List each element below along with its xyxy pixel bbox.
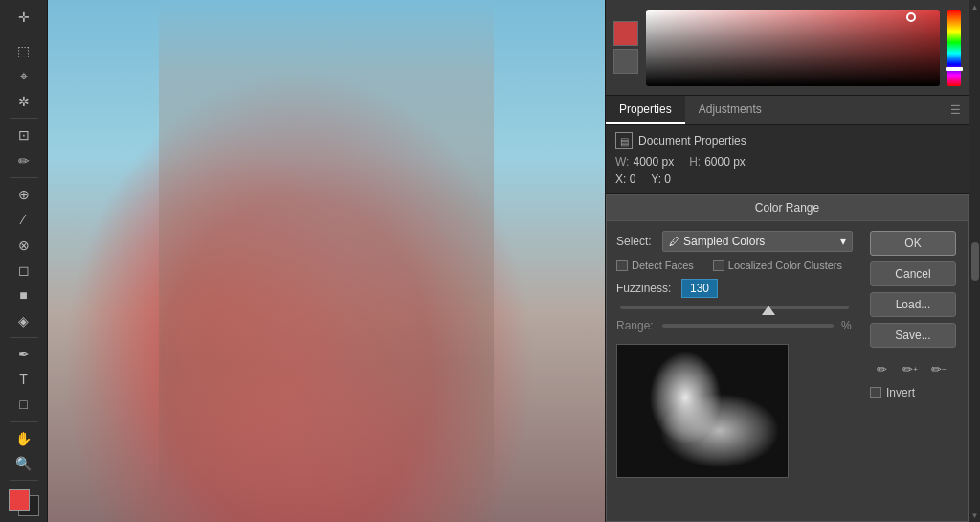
fuzziness-label: Fuzziness: bbox=[616, 282, 674, 295]
dialog-right: OK Cancel Load... Save... ✏ ✏+ ✏− Invert bbox=[862, 221, 968, 521]
color-range-dialog: Color Range Select: 🖊 Sampled Colors ▾ bbox=[606, 194, 969, 522]
spectrum-cursor bbox=[906, 12, 916, 22]
brush-tool[interactable]: ∕ bbox=[9, 208, 39, 231]
invert-label: Invert bbox=[886, 386, 915, 399]
gradient-tool[interactable]: ■ bbox=[9, 284, 39, 306]
localized-clusters-label: Localized Color Clusters bbox=[728, 260, 842, 271]
cancel-button[interactable]: Cancel bbox=[870, 261, 956, 286]
text-tool[interactable]: T bbox=[9, 368, 39, 391]
foreground-swatch[interactable] bbox=[613, 21, 638, 46]
select-dropdown[interactable]: 🖊 Sampled Colors ▾ bbox=[662, 231, 853, 252]
select-label: Select: bbox=[616, 235, 655, 248]
range-label: Range: bbox=[616, 319, 655, 332]
dialog-body: Select: 🖊 Sampled Colors ▾ bbox=[607, 221, 968, 521]
position-fields: X: 0 Y: 0 bbox=[615, 172, 959, 186]
select-row: Select: 🖊 Sampled Colors ▾ bbox=[616, 231, 853, 252]
magic-wand-tool[interactable]: ✲ bbox=[9, 90, 39, 113]
height-field: H: 6000 px bbox=[689, 155, 746, 169]
invert-row: Invert bbox=[870, 386, 960, 399]
scroll-down-arrow[interactable]: ▼ bbox=[970, 511, 980, 520]
detect-faces-checkbox[interactable]: Detect Faces bbox=[616, 260, 694, 271]
properties-content: ▤ Document Properties W: 4000 px H: 6000… bbox=[606, 125, 969, 194]
subtract-sample-tool[interactable]: ✏− bbox=[927, 357, 950, 380]
background-swatch[interactable] bbox=[613, 49, 638, 74]
range-pct: % bbox=[841, 319, 853, 332]
range-row: Range: % bbox=[616, 319, 853, 332]
prop-fields: W: 4000 px H: 6000 px bbox=[615, 155, 959, 169]
doc-icon: ▤ bbox=[615, 132, 633, 149]
scroll-up-arrow[interactable]: ▲ bbox=[970, 2, 980, 11]
foreground-color-swatch[interactable] bbox=[9, 489, 30, 511]
tool-separator-6 bbox=[10, 480, 38, 481]
dialog-left: Select: 🖊 Sampled Colors ▾ bbox=[607, 221, 862, 521]
color-picker-area bbox=[606, 0, 969, 96]
panel-tabs: Properties Adjustments ☰ bbox=[606, 96, 969, 125]
scroll-thumb[interactable] bbox=[971, 242, 979, 281]
tool-separator-4 bbox=[10, 337, 38, 338]
slider-track bbox=[620, 306, 849, 309]
eraser-tool[interactable]: ◻ bbox=[9, 259, 39, 282]
lasso-tool[interactable]: ⌖ bbox=[9, 65, 39, 88]
blur-tool[interactable]: ◈ bbox=[9, 308, 39, 331]
sample-tool[interactable]: ✏ bbox=[870, 357, 893, 380]
detect-faces-box[interactable] bbox=[616, 260, 628, 271]
photo-person bbox=[159, 0, 493, 522]
small-swatches bbox=[613, 21, 638, 74]
fuzziness-input[interactable] bbox=[681, 279, 718, 298]
load-button[interactable]: Load... bbox=[870, 292, 956, 317]
tool-separator bbox=[10, 34, 38, 34]
healing-tool[interactable]: ⊕ bbox=[9, 183, 39, 206]
right-scrollbar[interactable]: ▲ ▼ bbox=[969, 0, 980, 522]
zoom-tool[interactable]: 🔍 bbox=[9, 452, 39, 475]
dropdown-value: Sampled Colors bbox=[683, 235, 765, 248]
range-slider[interactable] bbox=[662, 324, 834, 328]
pen-tool[interactable]: ✒ bbox=[9, 343, 39, 366]
fuzziness-row: Fuzziness: bbox=[616, 279, 853, 298]
ok-button[interactable]: OK bbox=[870, 231, 956, 256]
eyedropper-tools: ✏ ✏+ ✏− bbox=[870, 357, 960, 380]
tool-separator-2 bbox=[10, 118, 38, 119]
crop-tool[interactable]: ⊡ bbox=[9, 124, 39, 147]
clone-tool[interactable]: ⊗ bbox=[9, 233, 39, 256]
panel-menu[interactable]: ☰ bbox=[943, 96, 969, 124]
eyedropper-tool[interactable]: ✏ bbox=[9, 148, 39, 171]
right-column: Properties Adjustments ☰ ▤ Document Prop… bbox=[605, 0, 980, 522]
doc-props-label: Document Properties bbox=[638, 134, 746, 148]
localized-clusters-checkbox[interactable]: Localized Color Clusters bbox=[713, 260, 842, 271]
localized-clusters-box[interactable] bbox=[713, 260, 724, 271]
tab-adjustments[interactable]: Adjustments bbox=[685, 96, 775, 124]
hue-cursor bbox=[946, 67, 963, 71]
right-panel: Properties Adjustments ☰ ▤ Document Prop… bbox=[605, 0, 969, 522]
add-sample-tool[interactable]: ✏+ bbox=[899, 357, 922, 380]
slider-thumb[interactable] bbox=[762, 306, 775, 315]
fuzziness-slider[interactable] bbox=[616, 306, 853, 311]
tool-separator-3 bbox=[10, 177, 38, 178]
hand-tool[interactable]: ✋ bbox=[9, 427, 39, 450]
tool-separator-5 bbox=[10, 421, 38, 422]
width-field: W: 4000 px bbox=[615, 155, 674, 169]
move-tool[interactable]: ✛ bbox=[9, 6, 39, 29]
dropdown-eyedropper-icon: 🖊 bbox=[669, 236, 679, 247]
doc-props-row: ▤ Document Properties bbox=[615, 132, 959, 149]
invert-checkbox[interactable] bbox=[870, 387, 881, 398]
shape-tool[interactable]: □ bbox=[9, 393, 39, 416]
save-button[interactable]: Save... bbox=[870, 323, 956, 348]
checkboxes-row: Detect Faces Localized Color Clusters bbox=[616, 260, 853, 271]
detect-faces-label: Detect Faces bbox=[632, 260, 694, 271]
color-spectrum[interactable] bbox=[646, 10, 940, 86]
canvas-area bbox=[48, 0, 605, 522]
y-field: Y: 0 bbox=[651, 172, 671, 186]
color-swatch[interactable] bbox=[9, 489, 39, 516]
preview-content bbox=[617, 345, 788, 477]
marquee-tool[interactable]: ⬚ bbox=[9, 39, 39, 62]
preview-image bbox=[616, 344, 789, 478]
tab-properties[interactable]: Properties bbox=[606, 96, 685, 124]
toolbar-left: ✛ ⬚ ⌖ ✲ ⊡ ✏ ⊕ ∕ ⊗ ◻ ■ ◈ ✒ T □ ✋ 🔍 bbox=[0, 0, 48, 522]
x-field: X: 0 bbox=[615, 172, 635, 186]
hue-bar[interactable] bbox=[947, 10, 961, 86]
dropdown-chevron-icon: ▾ bbox=[840, 235, 846, 248]
dialog-title: Color Range bbox=[607, 195, 968, 221]
